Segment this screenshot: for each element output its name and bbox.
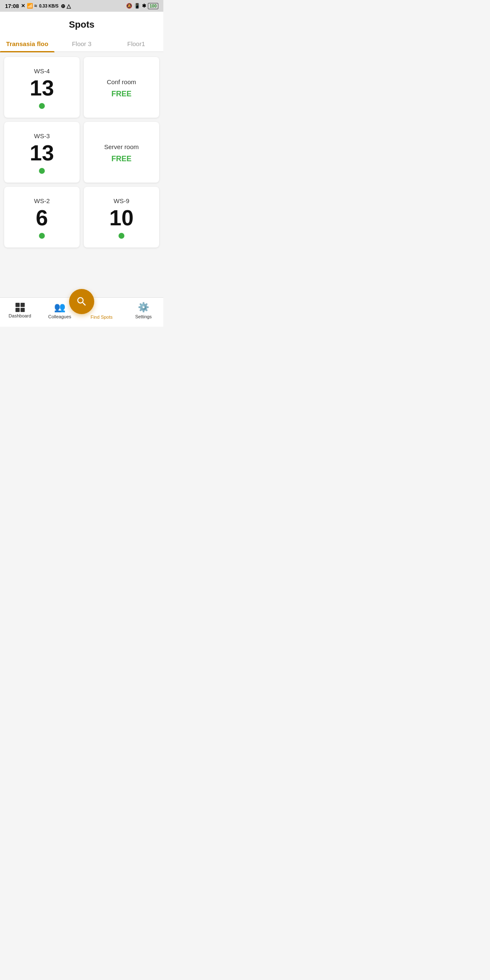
tab-transasia[interactable]: Transasia floo [0, 35, 54, 52]
status-bar: 17:08 ✕ 📶 ≈ 0.33 KB/S ⊕ △ 🔕 📳 ✱ 100 [0, 0, 163, 12]
tabs-container: Transasia floo Floor 3 Floor1 [0, 35, 163, 52]
data-speed: 0.33 KB/S [39, 4, 59, 8]
spot-card-server[interactable]: Server room FREE [84, 122, 159, 183]
spot-dot-ws9 [119, 233, 124, 239]
spot-name-server: Server room [104, 143, 139, 150]
nav-dashboard[interactable]: Dashboard [8, 303, 33, 318]
spot-card-conf[interactable]: Conf room FREE [84, 57, 159, 118]
page-title: Spots [0, 12, 163, 35]
spot-name-conf: Conf room [107, 78, 136, 85]
nav-colleagues[interactable]: 👥 Colleagues [47, 302, 72, 319]
spot-name-ws4: WS-4 [34, 67, 50, 75]
spot-name-ws3: WS-3 [34, 132, 50, 139]
bt-icon: ⊕ △ [61, 3, 71, 9]
spot-count-ws4: 13 [30, 77, 54, 99]
battery-badge: 100 [148, 3, 158, 9]
nav-label-settings: Settings [135, 314, 152, 319]
spot-count-ws9: 10 [109, 207, 134, 229]
nav-label-findspots: Find Spots [90, 315, 113, 320]
vibrate-icon: 📳 [134, 3, 140, 9]
nav-label-dashboard: Dashboard [9, 313, 31, 318]
spot-dot-ws4 [39, 103, 45, 109]
spot-name-ws9: WS-9 [113, 197, 129, 204]
nav-label-colleagues: Colleagues [48, 314, 71, 319]
status-left: 17:08 ✕ 📶 ≈ 0.33 KB/S ⊕ △ [5, 3, 71, 9]
spot-dot-ws2 [39, 233, 45, 239]
spot-name-ws2: WS-2 [34, 197, 50, 204]
spot-card-ws3[interactable]: WS-3 13 [4, 122, 80, 183]
status-icons: ✕ 📶 ≈ [21, 3, 37, 9]
settings-icon: ⚙️ [138, 302, 149, 313]
nav-settings[interactable]: ⚙️ Settings [131, 302, 156, 319]
spot-card-ws2[interactable]: WS-2 6 [4, 187, 80, 248]
spot-count-ws3: 13 [30, 142, 54, 164]
search-fab-button[interactable] [69, 289, 94, 314]
spot-status-server: FREE [111, 155, 132, 163]
tab-floor3[interactable]: Floor 3 [54, 35, 109, 52]
status-time: 17:08 [5, 3, 19, 9]
spot-count-ws2: 6 [36, 207, 48, 229]
spot-status-conf: FREE [111, 90, 132, 98]
tab-floor1[interactable]: Floor1 [109, 35, 163, 52]
spot-card-ws9[interactable]: WS-9 10 [84, 187, 159, 248]
spot-card-ws4[interactable]: WS-4 13 [4, 57, 80, 118]
bluetooth-icon: ✱ [142, 3, 146, 9]
fab-container [69, 289, 94, 314]
colleagues-icon: 👥 [54, 302, 65, 313]
dashboard-icon [15, 303, 25, 312]
mute-icon: 🔕 [126, 3, 132, 9]
search-icon [76, 296, 88, 307]
spots-grid: WS-4 13 Conf room FREE WS-3 13 Server ro… [0, 52, 163, 253]
status-right: 🔕 📳 ✱ 100 [126, 3, 158, 9]
spot-dot-ws3 [39, 168, 45, 174]
